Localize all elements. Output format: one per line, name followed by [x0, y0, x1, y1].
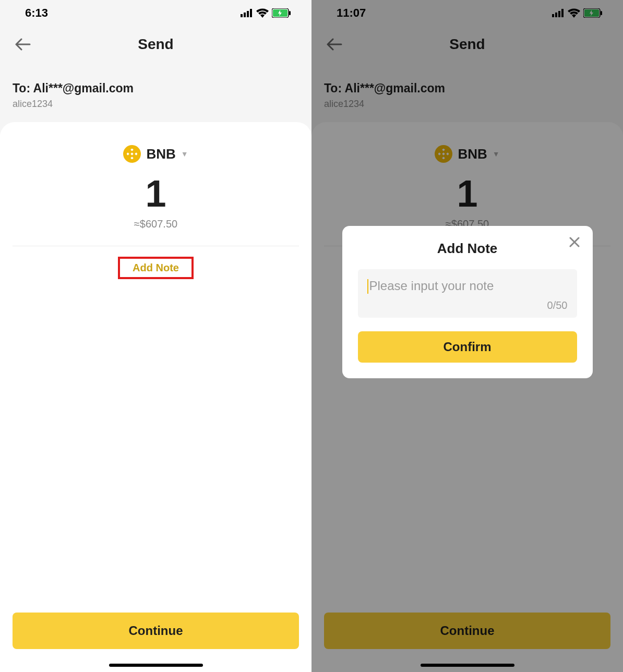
back-button[interactable] — [13, 34, 33, 55]
add-note-button[interactable]: Add Note — [125, 257, 186, 279]
bnb-coin-icon — [123, 145, 141, 163]
status-bar: 6:13 — [0, 0, 312, 26]
status-indicators — [241, 8, 291, 18]
status-time: 6:13 — [25, 6, 48, 20]
svg-rect-0 — [241, 14, 243, 17]
page-title: Send — [138, 36, 173, 53]
currency-selector[interactable]: BNB ▼ — [13, 145, 299, 163]
wifi-icon — [256, 8, 269, 18]
note-input[interactable]: Please input your note 0/50 — [358, 269, 577, 318]
currency-symbol: BNB — [146, 146, 175, 162]
modal-title: Add Note — [358, 241, 577, 257]
modal-close-button[interactable] — [566, 233, 583, 251]
svg-rect-10 — [135, 152, 138, 155]
svg-rect-2 — [247, 11, 249, 17]
svg-rect-9 — [127, 152, 129, 155]
cellular-signal-icon — [241, 9, 253, 17]
recipient-email: Ali***@gmail.com — [33, 81, 134, 95]
home-indicator[interactable] — [109, 664, 203, 667]
amount-value[interactable]: 1 — [13, 172, 299, 215]
svg-rect-1 — [244, 13, 246, 17]
divider — [13, 246, 299, 246]
note-input-placeholder: Please input your note — [367, 279, 494, 293]
recipient-block: To: Ali***@gmail.com alice1234 — [0, 63, 312, 116]
app-header: Send — [0, 26, 312, 63]
recipient-prefix: To: — [13, 81, 33, 95]
add-note-highlight-annotation: Add Note — [118, 257, 194, 279]
svg-rect-7 — [131, 149, 134, 151]
recipient-username: alice1234 — [13, 99, 299, 110]
continue-button[interactable]: Continue — [13, 613, 299, 649]
battery-charging-icon — [272, 8, 291, 18]
svg-rect-3 — [250, 9, 252, 17]
amount-usd-approx: ≈$607.50 — [13, 218, 299, 230]
svg-rect-6 — [289, 11, 291, 15]
modal-overlay[interactable]: Add Note Please input your note 0/50 Con… — [312, 0, 623, 672]
add-note-modal: Add Note Please input your note 0/50 Con… — [342, 226, 593, 379]
note-char-counter: 0/50 — [547, 299, 568, 311]
svg-rect-8 — [131, 157, 134, 159]
phone-screen-right: 11:07 Send To: Ali***@gmail.com alice123… — [312, 0, 623, 672]
close-icon — [569, 237, 580, 247]
chevron-down-icon: ▼ — [181, 150, 188, 158]
arrow-left-icon — [15, 38, 31, 51]
svg-rect-11 — [131, 152, 134, 155]
send-card: BNB ▼ 1 ≈$607.50 Add Note Continue — [0, 122, 312, 672]
recipient-to-line: To: Ali***@gmail.com — [13, 81, 299, 95]
confirm-button[interactable]: Confirm — [358, 331, 577, 363]
text-cursor — [367, 279, 368, 294]
phone-screen-left: 6:13 Send To: Ali***@gmail.com alice1234 — [0, 0, 312, 672]
